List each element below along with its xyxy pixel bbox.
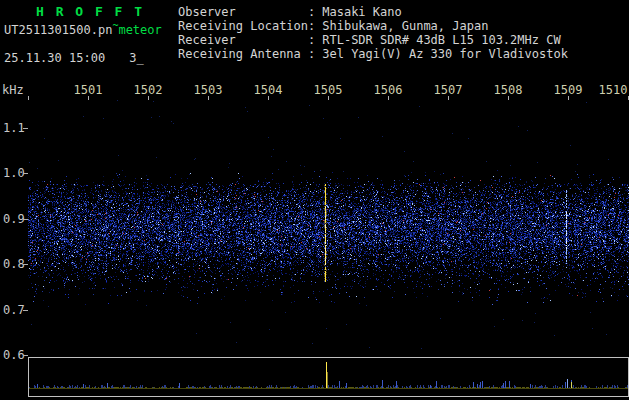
time-tick-label: 1503 xyxy=(194,83,223,97)
time-tick-label: 1501 xyxy=(74,83,103,97)
time-tick-label: 1507 xyxy=(434,83,463,97)
station-info: Observer:Masaki Kano Receiving Location:… xyxy=(178,5,568,61)
time-tick-label: 1506 xyxy=(374,83,403,97)
info-value: Shibukawa, Gunma, Japan xyxy=(322,19,488,33)
time-tick-label: 1504 xyxy=(254,83,283,97)
signal-strip xyxy=(28,357,629,397)
freq-axis-unit: kHz xyxy=(2,83,24,97)
info-value: Masaki Kano xyxy=(322,5,401,19)
freq-tick-label: 1.1 xyxy=(3,121,25,135)
overlap-mark: ~ xyxy=(112,20,118,31)
timestamp: 25.11.30 15:00 xyxy=(4,51,105,65)
info-label: Receiving Location xyxy=(178,19,308,33)
info-value: 3el Yagi(V) Az 330 for Vladivostok xyxy=(322,47,568,61)
minute-tick xyxy=(208,96,209,100)
minute-tick xyxy=(28,96,29,100)
mode-label: meteor xyxy=(118,23,161,37)
freq-tick-label: 0.7 xyxy=(3,303,25,317)
minute-tick xyxy=(508,96,509,100)
minute-tick xyxy=(448,96,449,100)
freq-tick xyxy=(23,173,28,174)
freq-tick xyxy=(23,264,28,265)
minute-tick xyxy=(148,96,149,100)
sweep-counter: 3_ xyxy=(129,51,143,65)
time-tick-label: 1502 xyxy=(134,83,163,97)
info-value: RTL-SDR SDR# 43dB L15 103.2MHz CW xyxy=(322,33,560,47)
timestamp-row: 25.11.30 15:003_ xyxy=(4,51,144,65)
info-row-receiver: Receiver:RTL-SDR SDR# 43dB L15 103.2MHz … xyxy=(178,33,568,47)
info-label: Observer xyxy=(178,5,308,19)
filename-row: UT2511301500.pn~meteor xyxy=(4,23,162,37)
info-separator: : xyxy=(308,19,315,33)
info-row-observer: Observer:Masaki Kano xyxy=(178,5,568,19)
signal-strip-canvas xyxy=(29,358,628,396)
time-tick-label: 1508 xyxy=(494,83,523,97)
spectrogram-canvas xyxy=(28,100,629,356)
minute-tick xyxy=(328,96,329,100)
minute-tick xyxy=(568,96,569,100)
capture-filename: UT2511301500.pn xyxy=(4,23,112,37)
freq-tick xyxy=(23,128,28,129)
time-tick-label: 1510 xyxy=(599,83,628,97)
time-tick-label: 1505 xyxy=(314,83,343,97)
info-label: Receiving Antenna xyxy=(178,47,308,61)
minute-tick xyxy=(388,96,389,100)
minute-tick xyxy=(268,96,269,100)
freq-tick-label: 0.6 xyxy=(3,348,25,362)
freq-tick-label: 0.9 xyxy=(3,212,25,226)
hrofft-window: H R O F F T UT2511301500.pn~meteor 25.11… xyxy=(0,0,629,400)
time-tick-label: 1509 xyxy=(554,83,583,97)
freq-tick xyxy=(23,310,28,311)
info-row-antenna: Receiving Antenna:3el Yagi(V) Az 330 for… xyxy=(178,47,568,61)
info-separator: : xyxy=(308,33,315,47)
freq-tick-label: 1.0 xyxy=(3,166,25,180)
app-title: H R O F F T xyxy=(36,4,144,19)
info-separator: : xyxy=(308,5,315,19)
info-separator: : xyxy=(308,47,315,61)
freq-tick xyxy=(23,219,28,220)
info-label: Receiver xyxy=(178,33,308,47)
freq-tick xyxy=(23,355,28,356)
info-row-location: Receiving Location:Shibukawa, Gunma, Jap… xyxy=(178,19,568,33)
minute-tick xyxy=(88,96,89,100)
freq-tick-label: 0.8 xyxy=(3,257,25,271)
